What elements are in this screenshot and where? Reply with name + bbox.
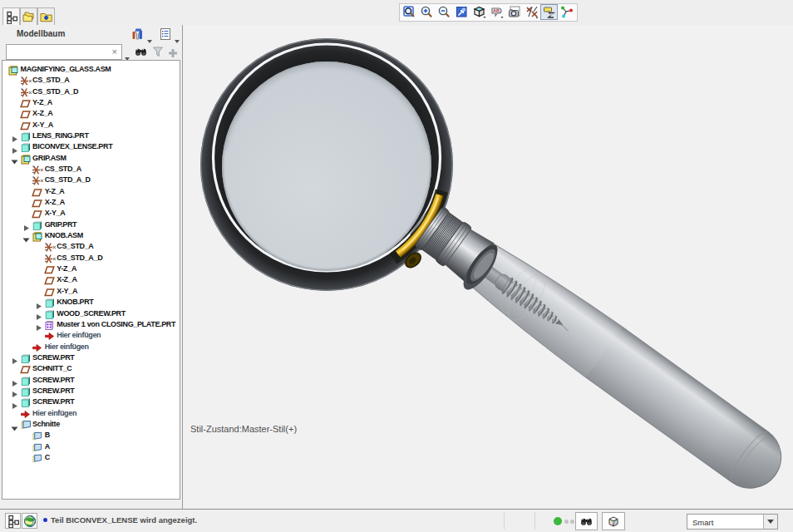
svg-text:Stil-Zustand:Master-Stil(+): Stil-Zustand:Master-Stil(+): [190, 424, 297, 434]
svg-text:AB: AB: [493, 8, 500, 13]
